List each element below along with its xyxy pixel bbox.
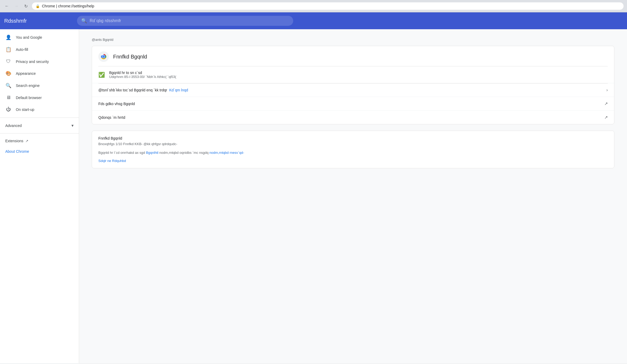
reload-button[interactable]: ↻ (22, 2, 30, 10)
sidebar-divider-2 (0, 133, 79, 134)
content-area: @ants Bgqnld (79, 29, 627, 363)
default-browser-icon: 🖥 (5, 95, 12, 100)
info-title: Fnnfkd Bgqnld (98, 136, 608, 140)
info-subtitle: Bnoxqhfgs 1/10 Fnnfkd KKB- @kk qhfgsr qd… (98, 142, 608, 146)
sidebar-item-label: Appearance (16, 71, 36, 76)
chevron-right-icon: › (606, 88, 608, 92)
info-body: Bgqnld hr l`cd onrrhakd ax sgd Bgqnlhtl … (98, 150, 608, 155)
browser-chrome: ← → ↻ 🔒 Chrome | chrome://settings/help (0, 0, 627, 12)
info-card: Fnnfkd Bgqnld Bnoxqhfgs 1/10 Fnnfkd KKB-… (92, 131, 614, 168)
chrome-info-card: Fnnfkd Bgqnld ✅ Bgqnld hr to sn c`sd Udq… (92, 46, 614, 124)
app-header: Rdsshmfr 🔍 (0, 12, 627, 29)
extensions-label: Extensions (5, 139, 23, 143)
sidebar-item-label: You and Google (16, 35, 42, 40)
lock-icon: 🔒 (36, 4, 40, 8)
terms-of-service-link[interactable]: Sdqlr ne Rdquhbd (98, 159, 126, 163)
checkmark-subtitle: Udqrhnm 85-/-3553-00/ `Nbh`k Athkc( `ql5… (109, 75, 176, 79)
sidebar-item-auto-fill[interactable]: 📋 Auto-fill (0, 43, 75, 56)
sidebar-item-you-and-google[interactable]: 👤 You and Google (0, 31, 75, 43)
sidebar-item-label: Search engine (16, 83, 40, 88)
app-title: Rdsshmfr (4, 18, 73, 24)
advanced-label: Advanced (5, 124, 22, 128)
sidebar-item-default-browser[interactable]: 🖥 Default browser (0, 92, 75, 104)
sidebar-item-about-chrome[interactable]: About Chrome (0, 146, 79, 157)
page-section-title: @ants Bgqnld (92, 38, 614, 42)
external-link-icon-3: ↗ (604, 115, 608, 120)
auto-update-text: @tsnl`shb`kkx toc`sd Bgqnld enq `kk trdq… (98, 88, 167, 92)
sidebar-item-search-engine[interactable]: 🔍 Search engine (0, 80, 75, 92)
report-issue-left: Qdonqs `m hrrtd (98, 115, 604, 120)
card-title: Fnnfkd Bgqnld (113, 54, 147, 60)
learn-more-link[interactable]: Kd`qm lnqd (169, 88, 188, 92)
sidebar-item-extensions[interactable]: Extensions ↗ (0, 136, 79, 146)
search-bar[interactable]: 🔍 (77, 16, 293, 26)
search-icon: 🔍 (81, 18, 87, 24)
report-issue-row[interactable]: Qdonqs `m hrrtd ↗ (92, 111, 614, 124)
autofill-icon: 📋 (5, 47, 12, 52)
main-layout: 👤 You and Google 📋 Auto-fill 🛡 Privacy a… (0, 29, 627, 363)
external-link-icon: ↗ (25, 139, 28, 143)
checkmark-text: Bgqnld hr to sn c`sd Udqrhnm 85-/-3553-0… (109, 71, 176, 79)
sidebar: 👤 You and Google 📋 Auto-fill 🛡 Privacy a… (0, 29, 79, 363)
checkmark-row: ✅ Bgqnld hr to sn c`sd Udqrhnm 85-/-3553… (92, 66, 614, 83)
sidebar-item-privacy-security[interactable]: 🛡 Privacy and security (0, 56, 75, 67)
sidebar-item-label: Auto-fill (16, 47, 28, 52)
get-help-text: Fds gdko vhsg Bgqnld (98, 102, 135, 106)
info-body-prefix: Bgqnld hr l`cd onrrhakd ax sgd (98, 151, 146, 155)
shield-icon: 🛡 (5, 59, 12, 64)
search-engine-icon: 🔍 (5, 83, 12, 88)
forward-button[interactable]: → (13, 2, 20, 10)
back-button[interactable]: ← (3, 2, 11, 10)
chevron-down-icon: ▾ (71, 123, 74, 128)
card-header: Fnnfkd Bgqnld (92, 46, 614, 66)
person-icon: 👤 (5, 35, 12, 40)
address-bar[interactable]: 🔒 Chrome | chrome://settings/help (32, 2, 624, 10)
url-text: Chrome | chrome://settings/help (42, 4, 94, 8)
sidebar-item-label: Default browser (16, 96, 42, 100)
checkmark-title: Bgqnld hr to sn c`sd (109, 71, 176, 75)
search-input[interactable] (90, 18, 289, 23)
chrome-logo-icon (98, 51, 109, 62)
open-source-link[interactable]: nodm,rntqbd rnesv`qd- (209, 151, 244, 155)
auto-update-left: @tsnl`shb`kkx toc`sd Bgqnld enq `kk trdq… (98, 88, 606, 92)
sidebar-item-appearance[interactable]: 🎨 Appearance (0, 67, 75, 80)
sidebar-divider (0, 117, 79, 118)
sidebar-item-on-startup[interactable]: ⏻ On start-up (0, 104, 75, 115)
get-help-row[interactable]: Fds gdko vhsg Bgqnld ↗ (92, 97, 614, 111)
get-help-left: Fds gdko vhsg Bgqnld (98, 102, 604, 106)
checkmark-icon: ✅ (98, 72, 105, 78)
sidebar-advanced-section[interactable]: Advanced ▾ (0, 120, 79, 131)
auto-update-row[interactable]: @tsnl`shb`kkx toc`sd Bgqnld enq `kk trdq… (92, 83, 614, 97)
report-issue-text: Qdonqs `m hrrtd (98, 115, 125, 120)
startup-icon: ⏻ (5, 107, 12, 112)
svg-point-5 (103, 56, 105, 58)
sidebar-item-label: Privacy and security (16, 60, 49, 64)
appearance-icon: 🎨 (5, 71, 12, 76)
external-link-icon-2: ↗ (604, 101, 608, 106)
info-body-middle: nodm,rntqbd oqnidbs `mc nsgdq (158, 151, 210, 155)
chromium-link[interactable]: Bgqnlhtl (146, 151, 158, 155)
sidebar-item-label: On start-up (16, 107, 34, 112)
